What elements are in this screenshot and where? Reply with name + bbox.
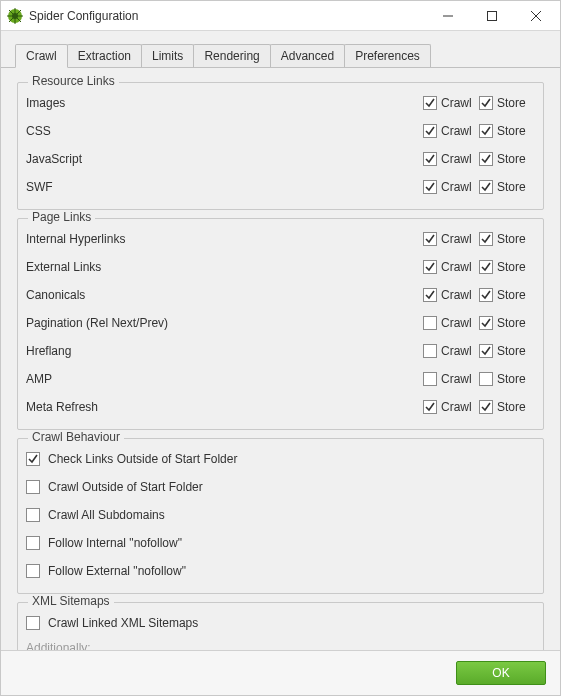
behaviour-option-checkbox[interactable] <box>26 480 40 494</box>
resource-link-row: SWFCrawlStore <box>26 173 535 201</box>
crawl-checkbox[interactable] <box>423 180 437 194</box>
store-checkbox[interactable] <box>479 344 493 358</box>
page-link-row: Pagination (Rel Next/Prev)CrawlStore <box>26 309 535 337</box>
crawl-option: Crawl <box>423 152 479 166</box>
page-link-label: Canonicals <box>26 288 423 302</box>
title-bar: Spider Configuration <box>1 1 560 31</box>
minimize-button[interactable] <box>426 2 470 30</box>
store-label: Store <box>497 96 526 110</box>
behaviour-option-checkbox[interactable] <box>26 536 40 550</box>
crawl-checkbox[interactable] <box>423 372 437 386</box>
resource-link-label: Images <box>26 96 423 110</box>
crawl-option: Crawl <box>423 400 479 414</box>
tab-preferences[interactable]: Preferences <box>344 44 431 67</box>
store-checkbox[interactable] <box>479 152 493 166</box>
store-label: Store <box>497 124 526 138</box>
store-checkbox[interactable] <box>479 288 493 302</box>
page-link-label: Meta Refresh <box>26 400 423 414</box>
group-crawl-behaviour: Crawl Behaviour Check Links Outside of S… <box>17 438 544 594</box>
ok-button[interactable]: OK <box>456 661 546 685</box>
crawl-label: Crawl <box>441 124 472 138</box>
store-label: Store <box>497 260 526 274</box>
store-option: Store <box>479 400 535 414</box>
page-link-row: AMPCrawlStore <box>26 365 535 393</box>
behaviour-option-row: Check Links Outside of Start Folder <box>26 445 535 473</box>
maximize-button[interactable] <box>470 2 514 30</box>
app-icon <box>7 8 23 24</box>
sitemap-option-checkbox[interactable] <box>26 616 40 630</box>
store-label: Store <box>497 344 526 358</box>
crawl-option: Crawl <box>423 316 479 330</box>
store-checkbox[interactable] <box>479 180 493 194</box>
sitemap-option-row: Crawl Linked XML Sitemaps <box>26 609 535 637</box>
crawl-label: Crawl <box>441 400 472 414</box>
store-option: Store <box>479 260 535 274</box>
page-link-row: HreflangCrawlStore <box>26 337 535 365</box>
store-checkbox[interactable] <box>479 400 493 414</box>
crawl-checkbox[interactable] <box>423 152 437 166</box>
crawl-checkbox[interactable] <box>423 288 437 302</box>
store-label: Store <box>497 316 526 330</box>
store-label: Store <box>497 152 526 166</box>
crawl-option: Crawl <box>423 96 479 110</box>
store-option: Store <box>479 344 535 358</box>
behaviour-option-row: Follow External "nofollow" <box>26 557 535 585</box>
crawl-label: Crawl <box>441 232 472 246</box>
group-legend: Page Links <box>28 210 95 224</box>
close-button[interactable] <box>514 2 558 30</box>
store-option: Store <box>479 180 535 194</box>
store-checkbox[interactable] <box>479 316 493 330</box>
crawl-option: Crawl <box>423 344 479 358</box>
group-legend: XML Sitemaps <box>28 594 114 608</box>
crawl-checkbox[interactable] <box>423 124 437 138</box>
crawl-checkbox[interactable] <box>423 260 437 274</box>
store-checkbox[interactable] <box>479 124 493 138</box>
tab-crawl[interactable]: Crawl <box>15 44 68 68</box>
crawl-option: Crawl <box>423 372 479 386</box>
page-link-label: AMP <box>26 372 423 386</box>
behaviour-option-row: Crawl Outside of Start Folder <box>26 473 535 501</box>
tab-extraction[interactable]: Extraction <box>67 44 142 67</box>
crawl-label: Crawl <box>441 180 472 194</box>
resource-link-label: JavaScript <box>26 152 423 166</box>
config-scroll-area[interactable]: Resource Links ImagesCrawlStoreCSSCrawlS… <box>1 68 560 650</box>
behaviour-option-label: Check Links Outside of Start Folder <box>48 452 237 466</box>
store-checkbox[interactable] <box>479 260 493 274</box>
crawl-label: Crawl <box>441 260 472 274</box>
page-link-label: Internal Hyperlinks <box>26 232 423 246</box>
group-legend: Resource Links <box>28 74 119 88</box>
store-checkbox[interactable] <box>479 232 493 246</box>
group-resource-links: Resource Links ImagesCrawlStoreCSSCrawlS… <box>17 82 544 210</box>
resource-link-label: CSS <box>26 124 423 138</box>
crawl-label: Crawl <box>441 152 472 166</box>
tab-advanced[interactable]: Advanced <box>270 44 345 67</box>
crawl-option: Crawl <box>423 124 479 138</box>
behaviour-option-checkbox[interactable] <box>26 564 40 578</box>
resource-link-label: SWF <box>26 180 423 194</box>
crawl-checkbox[interactable] <box>423 96 437 110</box>
svg-rect-7 <box>488 11 497 20</box>
tab-limits[interactable]: Limits <box>141 44 194 67</box>
crawl-checkbox[interactable] <box>423 232 437 246</box>
crawl-checkbox[interactable] <box>423 400 437 414</box>
sitemap-option-label: Crawl Linked XML Sitemaps <box>48 616 198 630</box>
behaviour-option-checkbox[interactable] <box>26 452 40 466</box>
crawl-checkbox[interactable] <box>423 344 437 358</box>
store-label: Store <box>497 180 526 194</box>
store-option: Store <box>479 288 535 302</box>
crawl-checkbox[interactable] <box>423 316 437 330</box>
crawl-label: Crawl <box>441 96 472 110</box>
ok-button-label: OK <box>492 666 509 680</box>
resource-link-row: JavaScriptCrawlStore <box>26 145 535 173</box>
store-label: Store <box>497 400 526 414</box>
page-link-label: External Links <box>26 260 423 274</box>
window-title: Spider Configuration <box>29 9 426 23</box>
behaviour-option-checkbox[interactable] <box>26 508 40 522</box>
crawl-option: Crawl <box>423 260 479 274</box>
tab-rendering[interactable]: Rendering <box>193 44 270 67</box>
store-checkbox[interactable] <box>479 372 493 386</box>
store-checkbox[interactable] <box>479 96 493 110</box>
resource-link-row: ImagesCrawlStore <box>26 89 535 117</box>
crawl-option: Crawl <box>423 288 479 302</box>
dialog-footer: OK <box>1 650 560 695</box>
